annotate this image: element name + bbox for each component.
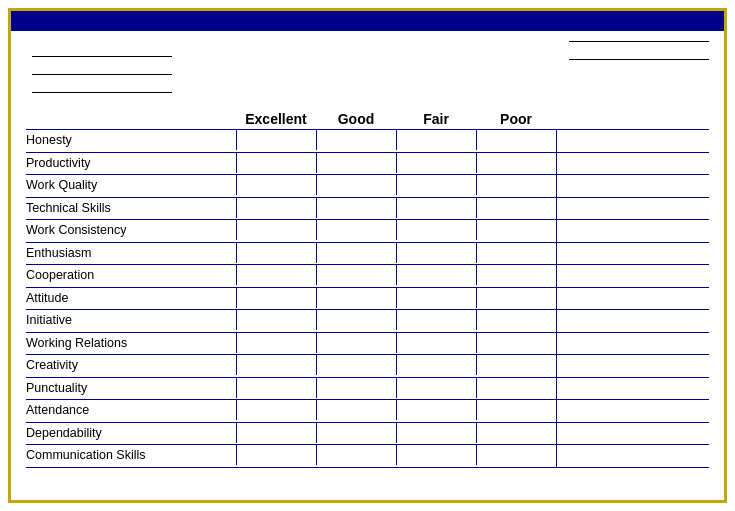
rating-cell-poor[interactable] <box>476 333 556 353</box>
rating-cells <box>236 355 557 377</box>
rating-cells <box>236 175 557 197</box>
col-header-fair: Fair <box>396 111 476 127</box>
rating-cell-excellent[interactable] <box>236 153 316 173</box>
table-row: Honesty <box>26 129 709 153</box>
rating-table: ExcellentGoodFairPoor HonestyProductivit… <box>26 111 709 468</box>
rating-cell-good[interactable] <box>316 265 396 285</box>
row-label: Attendance <box>26 400 236 422</box>
table-row: Attitude <box>26 288 709 311</box>
rating-cell-good[interactable] <box>316 198 396 218</box>
rating-cell-excellent[interactable] <box>236 333 316 353</box>
rating-cells <box>236 220 557 242</box>
rating-cell-fair[interactable] <box>396 445 476 465</box>
rating-grid: HonestyProductivityWork QualityTechnical… <box>26 129 709 468</box>
rating-cells <box>236 265 557 287</box>
rating-cell-good[interactable] <box>316 130 396 150</box>
reviewer-value[interactable] <box>32 77 172 93</box>
rating-cell-fair[interactable] <box>396 423 476 443</box>
info-section <box>26 41 709 93</box>
rating-cell-poor[interactable] <box>476 288 556 308</box>
rating-cell-good[interactable] <box>316 310 396 330</box>
row-label: Attitude <box>26 288 236 310</box>
rating-cell-poor[interactable] <box>476 243 556 263</box>
rating-cell-excellent[interactable] <box>236 310 316 330</box>
rating-cell-fair[interactable] <box>396 130 476 150</box>
rating-cell-poor[interactable] <box>476 355 556 375</box>
rating-cells <box>236 243 557 265</box>
rating-cells <box>236 130 557 152</box>
rating-cell-good[interactable] <box>316 333 396 353</box>
rating-cell-excellent[interactable] <box>236 175 316 195</box>
rating-cells <box>236 378 557 400</box>
rating-cell-good[interactable] <box>316 355 396 375</box>
col-header-good: Good <box>316 111 396 127</box>
row-label: Work Consistency <box>26 220 236 242</box>
rating-cells <box>236 198 557 220</box>
rating-cell-fair[interactable] <box>396 153 476 173</box>
rating-cell-excellent[interactable] <box>236 378 316 398</box>
table-row: Initiative <box>26 310 709 333</box>
rating-cell-good[interactable] <box>316 243 396 263</box>
rating-cell-excellent[interactable] <box>236 265 316 285</box>
rating-cell-poor[interactable] <box>476 175 556 195</box>
rating-cell-excellent[interactable] <box>236 400 316 420</box>
rating-cell-fair[interactable] <box>396 400 476 420</box>
row-label: Initiative <box>26 310 236 332</box>
rating-cell-fair[interactable] <box>396 333 476 353</box>
rating-cell-excellent[interactable] <box>236 220 316 240</box>
row-label: Work Quality <box>26 175 236 197</box>
rating-cell-fair[interactable] <box>396 175 476 195</box>
rating-cells <box>236 423 557 445</box>
date-value[interactable] <box>569 41 709 42</box>
rating-cell-excellent[interactable] <box>236 423 316 443</box>
rating-cells <box>236 333 557 355</box>
rating-cell-good[interactable] <box>316 445 396 465</box>
rating-cell-fair[interactable] <box>396 288 476 308</box>
rating-cell-poor[interactable] <box>476 310 556 330</box>
row-label: Communication Skills <box>26 445 236 467</box>
rating-cell-good[interactable] <box>316 153 396 173</box>
employee-field <box>26 41 172 57</box>
rating-cell-excellent[interactable] <box>236 130 316 150</box>
last-review-value[interactable] <box>569 44 709 60</box>
rating-cell-excellent[interactable] <box>236 288 316 308</box>
table-row: Punctuality <box>26 378 709 401</box>
rating-cell-good[interactable] <box>316 400 396 420</box>
rating-cell-good[interactable] <box>316 175 396 195</box>
rating-cell-fair[interactable] <box>396 378 476 398</box>
rating-cell-poor[interactable] <box>476 423 556 443</box>
col-header-poor: Poor <box>476 111 556 127</box>
rating-cell-poor[interactable] <box>476 130 556 150</box>
rating-cell-fair[interactable] <box>396 220 476 240</box>
row-label: Productivity <box>26 153 236 175</box>
rating-cell-fair[interactable] <box>396 355 476 375</box>
rating-cell-good[interactable] <box>316 423 396 443</box>
row-label: Punctuality <box>26 378 236 400</box>
rating-cell-poor[interactable] <box>476 153 556 173</box>
rating-cell-fair[interactable] <box>396 198 476 218</box>
rating-cell-poor[interactable] <box>476 445 556 465</box>
rating-cell-good[interactable] <box>316 220 396 240</box>
table-row: Technical Skills <box>26 198 709 221</box>
last-review-field <box>563 44 709 60</box>
rating-cell-poor[interactable] <box>476 378 556 398</box>
rating-cell-good[interactable] <box>316 378 396 398</box>
rating-cell-poor[interactable] <box>476 220 556 240</box>
rating-cell-fair[interactable] <box>396 243 476 263</box>
rating-cell-excellent[interactable] <box>236 445 316 465</box>
reviewer-field <box>26 77 172 93</box>
rating-cell-excellent[interactable] <box>236 355 316 375</box>
rating-cell-excellent[interactable] <box>236 198 316 218</box>
row-label: Working Relations <box>26 333 236 355</box>
rating-cell-poor[interactable] <box>476 198 556 218</box>
rating-cell-fair[interactable] <box>396 310 476 330</box>
rating-cell-excellent[interactable] <box>236 243 316 263</box>
rating-cell-good[interactable] <box>316 288 396 308</box>
rating-cell-fair[interactable] <box>396 265 476 285</box>
table-row: Cooperation <box>26 265 709 288</box>
department-value[interactable] <box>32 59 172 75</box>
rating-cell-poor[interactable] <box>476 400 556 420</box>
table-row: Creativity <box>26 355 709 378</box>
employee-value[interactable] <box>32 41 172 57</box>
rating-cell-poor[interactable] <box>476 265 556 285</box>
